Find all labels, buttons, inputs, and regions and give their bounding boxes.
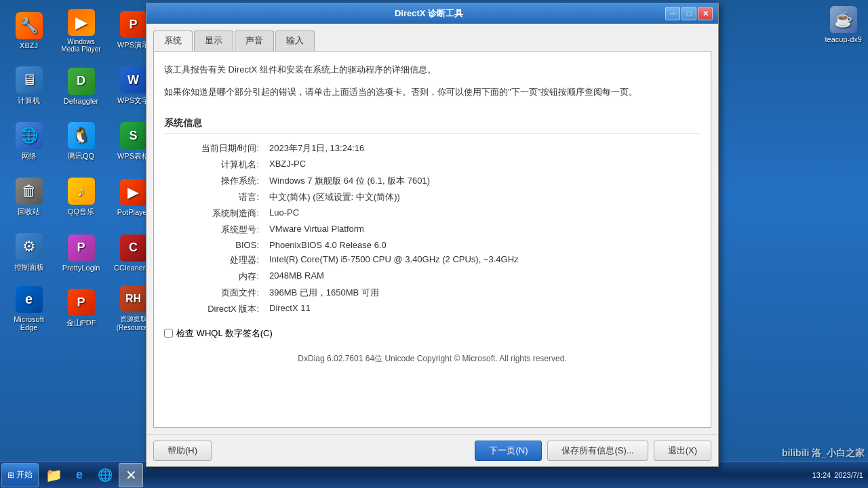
table-row: 语言: 中文(简体) (区域设置: 中文(简体)) bbox=[164, 189, 701, 205]
label-os: 操作系统: bbox=[164, 173, 266, 189]
wps-ppt-label: WPS演示 bbox=[117, 40, 149, 50]
taskbar-icon-ie[interactable]: e bbox=[67, 463, 92, 487]
desktop-icon-jinshan[interactable]: P 金山PDF bbox=[56, 281, 106, 336]
computer-icon: 🖥 bbox=[16, 66, 43, 94]
table-row: 计算机名: XBZJ-PC bbox=[164, 157, 701, 173]
ie-icon: e bbox=[76, 468, 83, 482]
taskbar-time: 13:24 bbox=[812, 471, 831, 479]
wps-ppt-icon: P bbox=[120, 11, 147, 38]
desktop-icon-qqmusic[interactable]: ♪ QQ音乐 bbox=[56, 170, 106, 224]
tab-content-system: 该工具报告有关 DirectX 组件和安装在系统上的驱动程序的详细信息。 如果你… bbox=[153, 51, 711, 428]
recycle-icon: 🗑 bbox=[16, 178, 43, 205]
taskbar-date: 2023/7/1 bbox=[834, 471, 863, 479]
teacup-icon: ☕ bbox=[830, 6, 857, 33]
xbzj-label: XBZJ bbox=[20, 41, 38, 49]
desktop-icon-pretty[interactable]: P PrettyLogin bbox=[56, 226, 106, 280]
ccleaner-icon: C bbox=[120, 235, 147, 262]
directx-dialog: DirectX 诊断工具 ─ □ ✕ 系统 显示 声音 输入 该工具报告有关 D… bbox=[146, 3, 719, 467]
info-text-2: 如果你知道是哪个部分引起的错误，请单击上面适当的选项卡。否则，你可以使用下面的"… bbox=[164, 84, 701, 100]
bilibili-watermark: bilibili 洛_小白之家 bbox=[782, 447, 865, 460]
system-info-table: 当前日期/时间: 2023年7月1日, 13:24:16 计算机名: XBZJ-… bbox=[164, 140, 701, 317]
table-row: 系统制造商: Luo-PC bbox=[164, 205, 701, 222]
jinshan-icon: P bbox=[68, 289, 95, 316]
wmp-icon: ▶ bbox=[68, 9, 95, 36]
help-button[interactable]: 帮助(H) bbox=[153, 441, 212, 461]
computer-label: 计算机 bbox=[18, 96, 40, 106]
desktop-icon-wmp[interactable]: ▶ WindowsMedia Player bbox=[56, 3, 106, 58]
value-ram: 2048MB RAM bbox=[266, 268, 701, 285]
tab-system[interactable]: 系统 bbox=[153, 30, 193, 51]
tab-bar: 系统 显示 声音 输入 bbox=[153, 30, 711, 51]
close-button[interactable]: ✕ bbox=[698, 7, 713, 20]
label-pagefile: 页面文件: bbox=[164, 285, 266, 301]
value-datetime: 2023年7月1日, 13:24:16 bbox=[266, 140, 701, 157]
label-cpu: 处理器: bbox=[164, 252, 266, 268]
table-row: 页面文件: 396MB 已用，1650MB 可用 bbox=[164, 285, 701, 301]
files-icon: 📁 bbox=[45, 467, 62, 483]
desktop-icons-area: 🔧 XBZJ ▶ WindowsMedia Player P WPS演示 🖥 计… bbox=[0, 0, 142, 461]
taskbar-icon-files[interactable]: 📁 bbox=[41, 463, 66, 487]
start-button[interactable]: ⊞ 开始 bbox=[1, 463, 39, 487]
taskbar-right: 13:24 2023/7/1 bbox=[812, 471, 867, 479]
wps-doc-icon: W bbox=[120, 66, 147, 94]
teacup-label: teacup-dx9 bbox=[825, 35, 862, 43]
potplayer-label: PotPlayer bbox=[117, 208, 150, 216]
watermark-text: bilibili 洛_小白之家 bbox=[782, 447, 865, 458]
right-icons-area: ☕ teacup-dx9 bbox=[823, 3, 865, 46]
desktop-icon-qq[interactable]: 🐧 腾讯QQ bbox=[56, 115, 106, 169]
label-directx-ver: DirectX 版本: bbox=[164, 301, 266, 317]
table-row: 内存: 2048MB RAM bbox=[164, 268, 701, 285]
dialog-content: 系统 显示 声音 输入 该工具报告有关 DirectX 组件和安装在系统上的驱动… bbox=[146, 24, 718, 434]
start-label: 开始 bbox=[16, 469, 33, 481]
desktop: 🔧 XBZJ ▶ WindowsMedia Player P WPS演示 🖥 计… bbox=[0, 0, 868, 488]
value-cpu: Intel(R) Core(TM) i5-7500 CPU @ 3.40GHz … bbox=[266, 252, 701, 268]
desktop-icon-recycle[interactable]: 🗑 回收站 bbox=[3, 170, 54, 224]
wps-doc-label: WPS文字 bbox=[117, 96, 149, 106]
value-lang: 中文(简体) (区域设置: 中文(简体)) bbox=[266, 189, 701, 205]
wmp-label: WindowsMedia Player bbox=[61, 38, 100, 53]
qqmusic-label: QQ音乐 bbox=[68, 207, 94, 217]
maximize-button[interactable]: □ bbox=[682, 7, 696, 20]
whql-checkbox-label[interactable]: 检查 WHQL 数字签名(C) bbox=[176, 327, 273, 340]
pretty-icon: P bbox=[68, 235, 95, 262]
label-computer: 计算机名: bbox=[164, 157, 266, 173]
tab-input[interactable]: 输入 bbox=[275, 30, 315, 51]
desktop-icon-teacup[interactable]: ☕ teacup-dx9 bbox=[823, 3, 865, 46]
desktop-icon-defrag[interactable]: D Defraggler bbox=[56, 59, 106, 113]
desktop-icon-network[interactable]: 🌐 网络 bbox=[3, 115, 54, 169]
title-bar: DirectX 诊断工具 ─ □ ✕ bbox=[146, 3, 718, 24]
whql-checkbox[interactable] bbox=[164, 329, 173, 338]
desktop-icon-edge[interactable]: e Microsoft Edge bbox=[3, 281, 54, 336]
xbzj-icon: 🔧 bbox=[16, 12, 43, 39]
edge-taskbar-icon: 🌐 bbox=[98, 468, 113, 483]
potplayer-icon: ▶ bbox=[120, 179, 147, 206]
info-text-1: 该工具报告有关 DirectX 组件和安装在系统上的驱动程序的详细信息。 bbox=[164, 62, 701, 77]
desktop-icon-xbzj[interactable]: 🔧 XBZJ bbox=[3, 3, 54, 58]
value-pagefile: 396MB 已用，1650MB 可用 bbox=[266, 285, 701, 301]
dialog-buttons: 帮助(H) 下一页(N) 保存所有信息(S)... 退出(X) bbox=[146, 434, 718, 466]
taskbar-icon-directx[interactable]: ✕ bbox=[119, 463, 143, 487]
next-button[interactable]: 下一页(N) bbox=[475, 441, 542, 461]
qq-label: 腾讯QQ bbox=[68, 151, 94, 161]
network-icon: 🌐 bbox=[16, 122, 43, 149]
recycle-label: 回收站 bbox=[18, 207, 40, 217]
wps-xls-icon: S bbox=[120, 122, 147, 149]
windows-logo: ⊞ bbox=[7, 470, 14, 480]
pretty-label: PrettyLogin bbox=[62, 264, 100, 272]
resource-label: 资源提取(Resource) bbox=[117, 314, 150, 331]
copyright-text: DxDiag 6.02.7601 64位 Unicode Copyright ©… bbox=[164, 346, 701, 365]
label-model: 系统型号: bbox=[164, 222, 266, 238]
table-row: DirectX 版本: DirectX 11 bbox=[164, 301, 701, 317]
tab-display[interactable]: 显示 bbox=[194, 30, 233, 51]
exit-button[interactable]: 退出(X) bbox=[654, 441, 711, 461]
minimize-button[interactable]: ─ bbox=[665, 7, 680, 20]
jinshan-label: 金山PDF bbox=[66, 318, 96, 328]
value-bios: PhoenixBIOS 4.0 Release 6.0 bbox=[266, 238, 701, 252]
desktop-icon-computer[interactable]: 🖥 计算机 bbox=[3, 59, 54, 113]
desktop-icon-panel[interactable]: ⚙ 控制面板 bbox=[3, 226, 54, 280]
qqmusic-icon: ♪ bbox=[68, 178, 95, 205]
tab-sound[interactable]: 声音 bbox=[235, 30, 274, 51]
dialog-title: DirectX 诊断工具 bbox=[193, 7, 665, 20]
taskbar-icon-edge[interactable]: 🌐 bbox=[93, 463, 117, 487]
save-button[interactable]: 保存所有信息(S)... bbox=[547, 441, 648, 461]
